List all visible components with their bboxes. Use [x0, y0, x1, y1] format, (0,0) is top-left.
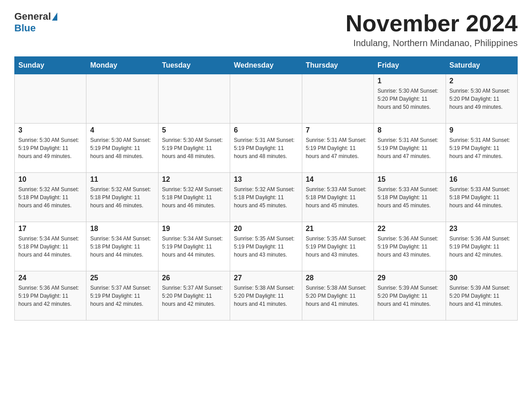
day-number: 26	[162, 274, 226, 282]
calendar-cell: 1Sunrise: 5:30 AM Sunset: 5:20 PM Daylig…	[374, 74, 446, 124]
day-info: Sunrise: 5:38 AM Sunset: 5:20 PM Dayligh…	[234, 284, 298, 308]
day-info: Sunrise: 5:37 AM Sunset: 5:20 PM Dayligh…	[162, 284, 226, 308]
day-info: Sunrise: 5:30 AM Sunset: 5:19 PM Dayligh…	[162, 136, 226, 160]
calendar-cell: 8Sunrise: 5:31 AM Sunset: 5:19 PM Daylig…	[374, 124, 446, 173]
day-info: Sunrise: 5:36 AM Sunset: 5:19 PM Dayligh…	[18, 284, 82, 308]
day-number: 19	[162, 225, 226, 233]
day-number: 6	[234, 126, 298, 134]
day-number: 8	[378, 126, 442, 134]
day-info: Sunrise: 5:37 AM Sunset: 5:19 PM Dayligh…	[90, 284, 154, 308]
day-number: 12	[162, 176, 226, 184]
calendar-cell: 6Sunrise: 5:31 AM Sunset: 5:19 PM Daylig…	[230, 124, 302, 173]
day-info: Sunrise: 5:35 AM Sunset: 5:19 PM Dayligh…	[234, 235, 298, 259]
location-title: Indulang, Northern Mindanao, Philippines	[346, 38, 518, 48]
calendar-cell: 30Sunrise: 5:39 AM Sunset: 5:20 PM Dayli…	[446, 271, 517, 321]
day-info: Sunrise: 5:30 AM Sunset: 5:20 PM Dayligh…	[450, 87, 514, 111]
day-number: 15	[378, 176, 442, 184]
weekday-header-friday: Friday	[374, 57, 446, 74]
calendar-cell: 18Sunrise: 5:34 AM Sunset: 5:18 PM Dayli…	[86, 222, 158, 271]
day-number: 14	[306, 176, 370, 184]
day-info: Sunrise: 5:30 AM Sunset: 5:20 PM Dayligh…	[378, 87, 442, 111]
day-number: 16	[450, 176, 514, 184]
calendar-week-row: 24Sunrise: 5:36 AM Sunset: 5:19 PM Dayli…	[15, 271, 518, 321]
calendar-cell: 11Sunrise: 5:32 AM Sunset: 5:18 PM Dayli…	[86, 173, 158, 222]
calendar-week-row: 3Sunrise: 5:30 AM Sunset: 5:19 PM Daylig…	[15, 124, 518, 173]
weekday-header-monday: Monday	[86, 57, 158, 74]
day-number: 25	[90, 274, 154, 282]
day-number: 24	[18, 274, 82, 282]
day-info: Sunrise: 5:32 AM Sunset: 5:18 PM Dayligh…	[162, 185, 226, 210]
day-number: 23	[450, 225, 514, 233]
day-number: 11	[90, 176, 154, 184]
day-info: Sunrise: 5:39 AM Sunset: 5:20 PM Dayligh…	[378, 284, 442, 308]
logo-triangle-icon	[52, 13, 57, 21]
day-number: 22	[378, 225, 442, 233]
calendar-table: SundayMondayTuesdayWednesdayThursdayFrid…	[14, 56, 518, 321]
day-number: 18	[90, 225, 154, 233]
day-number: 20	[234, 225, 298, 233]
logo: General Blue	[14, 11, 58, 34]
day-number: 17	[18, 225, 82, 233]
day-number: 30	[450, 274, 514, 282]
calendar-cell: 23Sunrise: 5:36 AM Sunset: 5:19 PM Dayli…	[446, 222, 517, 271]
title-block: November 2024 Indulang, Northern Mindana…	[346, 11, 518, 48]
weekday-header-saturday: Saturday	[446, 57, 517, 74]
day-number: 7	[306, 126, 370, 134]
weekday-header-wednesday: Wednesday	[230, 57, 302, 74]
calendar-week-row: 10Sunrise: 5:32 AM Sunset: 5:18 PM Dayli…	[15, 173, 518, 222]
calendar-cell: 16Sunrise: 5:33 AM Sunset: 5:18 PM Dayli…	[446, 173, 517, 222]
day-info: Sunrise: 5:30 AM Sunset: 5:19 PM Dayligh…	[18, 136, 82, 160]
day-number: 4	[90, 126, 154, 134]
page-header: General Blue November 2024 Indulang, Nor…	[14, 11, 518, 48]
calendar-cell: 12Sunrise: 5:32 AM Sunset: 5:18 PM Dayli…	[158, 173, 230, 222]
calendar-cell: 10Sunrise: 5:32 AM Sunset: 5:18 PM Dayli…	[15, 173, 86, 222]
day-number: 1	[378, 77, 442, 85]
day-info: Sunrise: 5:32 AM Sunset: 5:18 PM Dayligh…	[18, 185, 82, 210]
calendar-cell: 24Sunrise: 5:36 AM Sunset: 5:19 PM Dayli…	[15, 271, 86, 321]
day-info: Sunrise: 5:35 AM Sunset: 5:19 PM Dayligh…	[306, 235, 370, 259]
calendar-cell	[86, 74, 158, 124]
calendar-cell: 29Sunrise: 5:39 AM Sunset: 5:20 PM Dayli…	[374, 271, 446, 321]
calendar-cell: 17Sunrise: 5:34 AM Sunset: 5:18 PM Dayli…	[15, 222, 86, 271]
calendar-cell: 19Sunrise: 5:34 AM Sunset: 5:19 PM Dayli…	[158, 222, 230, 271]
calendar-cell	[15, 74, 86, 124]
day-number: 3	[18, 126, 82, 134]
weekday-header-tuesday: Tuesday	[158, 57, 230, 74]
day-number: 5	[162, 126, 226, 134]
calendar-cell: 14Sunrise: 5:33 AM Sunset: 5:18 PM Dayli…	[302, 173, 373, 222]
day-info: Sunrise: 5:30 AM Sunset: 5:19 PM Dayligh…	[90, 136, 154, 160]
calendar-cell: 9Sunrise: 5:31 AM Sunset: 5:19 PM Daylig…	[446, 124, 517, 173]
weekday-header-sunday: Sunday	[15, 57, 86, 74]
day-info: Sunrise: 5:33 AM Sunset: 5:18 PM Dayligh…	[450, 185, 514, 210]
calendar-cell: 5Sunrise: 5:30 AM Sunset: 5:19 PM Daylig…	[158, 124, 230, 173]
day-number: 13	[234, 176, 298, 184]
calendar-cell: 3Sunrise: 5:30 AM Sunset: 5:19 PM Daylig…	[15, 124, 86, 173]
day-number: 9	[450, 126, 514, 134]
day-info: Sunrise: 5:33 AM Sunset: 5:18 PM Dayligh…	[306, 185, 370, 210]
calendar-cell: 20Sunrise: 5:35 AM Sunset: 5:19 PM Dayli…	[230, 222, 302, 271]
calendar-cell: 4Sunrise: 5:30 AM Sunset: 5:19 PM Daylig…	[86, 124, 158, 173]
logo-blue-text: Blue	[14, 22, 36, 34]
month-title: November 2024	[346, 11, 518, 36]
day-info: Sunrise: 5:39 AM Sunset: 5:20 PM Dayligh…	[450, 284, 514, 308]
day-info: Sunrise: 5:31 AM Sunset: 5:19 PM Dayligh…	[234, 136, 298, 160]
day-number: 28	[306, 274, 370, 282]
calendar-cell: 7Sunrise: 5:31 AM Sunset: 5:19 PM Daylig…	[302, 124, 373, 173]
calendar-cell: 22Sunrise: 5:36 AM Sunset: 5:19 PM Dayli…	[374, 222, 446, 271]
calendar-cell: 27Sunrise: 5:38 AM Sunset: 5:20 PM Dayli…	[230, 271, 302, 321]
calendar-cell	[230, 74, 302, 124]
day-info: Sunrise: 5:34 AM Sunset: 5:18 PM Dayligh…	[18, 235, 82, 259]
day-info: Sunrise: 5:34 AM Sunset: 5:18 PM Dayligh…	[90, 235, 154, 259]
day-number: 29	[378, 274, 442, 282]
calendar-cell: 2Sunrise: 5:30 AM Sunset: 5:20 PM Daylig…	[446, 74, 517, 124]
calendar-cell: 26Sunrise: 5:37 AM Sunset: 5:20 PM Dayli…	[158, 271, 230, 321]
day-info: Sunrise: 5:36 AM Sunset: 5:19 PM Dayligh…	[378, 235, 442, 259]
calendar-cell: 25Sunrise: 5:37 AM Sunset: 5:19 PM Dayli…	[86, 271, 158, 321]
day-info: Sunrise: 5:36 AM Sunset: 5:19 PM Dayligh…	[450, 235, 514, 259]
day-info: Sunrise: 5:32 AM Sunset: 5:18 PM Dayligh…	[234, 185, 298, 210]
day-info: Sunrise: 5:31 AM Sunset: 5:19 PM Dayligh…	[306, 136, 370, 160]
weekday-header-row: SundayMondayTuesdayWednesdayThursdayFrid…	[15, 57, 518, 74]
calendar-week-row: 1Sunrise: 5:30 AM Sunset: 5:20 PM Daylig…	[15, 74, 518, 124]
calendar-cell: 28Sunrise: 5:38 AM Sunset: 5:20 PM Dayli…	[302, 271, 373, 321]
day-info: Sunrise: 5:34 AM Sunset: 5:19 PM Dayligh…	[162, 235, 226, 259]
